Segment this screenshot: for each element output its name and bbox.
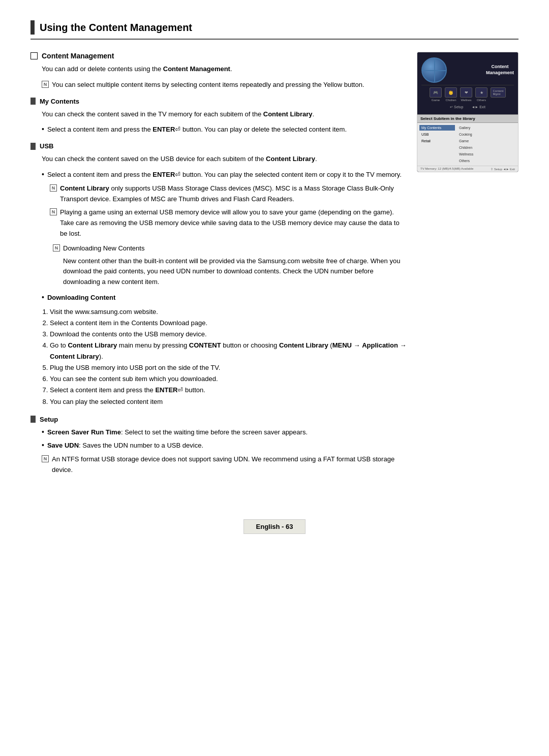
screen-content-label: Content Management	[486, 64, 514, 76]
screen-footer: TV Memory: 12 (MB)/4.5(MB) Available ⇧ S…	[417, 166, 518, 172]
my-contents-desc: You can check the content saved in the T…	[42, 109, 407, 120]
title-accent	[30, 20, 35, 35]
usb-bullet-dot: •	[42, 170, 44, 178]
usb-note1-icon: N	[50, 184, 57, 192]
screen-bottom-header: Select Subitem in the library	[417, 115, 518, 123]
my-contents-bar	[30, 98, 36, 105]
section-title-bar: Using the Content Management	[30, 20, 518, 40]
others-label: Others	[477, 99, 486, 102]
my-contents-heading: My Contents	[30, 98, 407, 105]
screen-footer-memory: TV Memory: 12 (MB)/4.5(MB) Available	[420, 167, 473, 171]
screenshot-column: Content Management 🎮 Game 👶 Chidren	[417, 52, 518, 172]
downloading-new-section: N Downloading New Contents New content o…	[53, 243, 407, 288]
menu-my-contents: My Contents	[419, 125, 455, 131]
screen-icon-wellness: ❤ Wellnes	[460, 87, 472, 102]
downloading-content-bullet: • Downloading Content	[42, 293, 407, 303]
usb-bullet: • Select a content item and press the EN…	[42, 170, 407, 180]
usb-bar	[30, 143, 36, 150]
bullet-dot: •	[42, 125, 44, 133]
right-cooking: Cooking	[457, 132, 516, 137]
content-lib-icon-box: ContentMgmt	[491, 87, 506, 98]
downloading-new-header: N Downloading New Contents	[53, 243, 407, 254]
usb-note1-text: Content Library only supports USB Mass S…	[60, 183, 407, 205]
step-4: Go to Content Library main menu by press…	[50, 340, 407, 362]
setup-bullet1: • Screen Saver Run Time: Select to set t…	[42, 427, 407, 438]
setup-b1-dot: •	[42, 428, 44, 436]
setup-b2-dot: •	[42, 441, 44, 449]
child-icon-box: 👶	[445, 87, 457, 98]
intro-bold: Content Management	[163, 65, 230, 73]
my-contents-bullet-text: Select a content item and press the ENTE…	[47, 124, 347, 135]
screen-bottom-content: My Contents USB Retail Gallery Cooking G…	[417, 123, 518, 166]
usb-bullet-text: Select a content item and press the ENTE…	[47, 170, 402, 180]
content-management-heading: Content Management	[30, 52, 407, 60]
setup-note-icon: N	[42, 455, 49, 462]
text-column: Content Management You can add or delete…	[30, 52, 407, 479]
my-contents-desc-suffix: .	[313, 110, 315, 118]
game-icon-box: 🎮	[430, 87, 442, 98]
screen-icon-game: 🎮 Game	[430, 87, 442, 102]
menu-usb: USB	[419, 132, 455, 137]
screen-right-panel: Gallery Cooking Game Children Wellness O…	[457, 125, 516, 164]
setup-b2-text: Save UDN: Saves the UDN number to a USB …	[47, 440, 203, 451]
note-icon: N	[42, 81, 49, 88]
screen-globe	[421, 57, 447, 83]
setup-b1-text: Screen Saver Run Time: Select to set the…	[47, 427, 308, 438]
setup-bar	[30, 416, 36, 423]
step-7: Select a content item and press the ENTE…	[50, 385, 407, 396]
screen-top: Content Management 🎮 Game 👶 Chidren	[417, 52, 518, 114]
right-game: Game	[457, 138, 516, 144]
cm-heading-label: Content Management	[42, 52, 114, 60]
step-5: Plug the USB memory into USB port on the…	[50, 362, 407, 373]
game-label: Game	[432, 99, 440, 102]
right-gallery: Gallery	[457, 125, 516, 131]
step-6: You can see the content sub item which y…	[50, 373, 407, 385]
setup-section: Setup	[30, 416, 407, 423]
usb-desc-bold: Content Library	[266, 155, 315, 163]
wellness-icon-box: ❤	[460, 87, 472, 98]
screen-icons-row: 🎮 Game 👶 Chidren ❤ Wellnes ★	[421, 85, 514, 104]
downloading-new-icon: N	[53, 244, 60, 251]
usb-section: USB	[30, 142, 407, 150]
downloading-steps-list: Visit the www.samsung.com website. Selec…	[50, 306, 407, 407]
screen-icon-content-lib: ContentMgmt	[491, 87, 506, 102]
step-3: Download the contents onto the USB memor…	[50, 329, 407, 340]
my-contents-section: My Contents	[30, 98, 407, 105]
note-yellow-button: N You can select multiple content items …	[42, 80, 407, 90]
screen-icon-others: ★ Others	[475, 87, 487, 102]
screen-icon-child: 👶 Chidren	[445, 87, 457, 102]
intro-text: You can add or delete contents using the…	[42, 64, 407, 75]
screen-nav-labels: ↵ Setup ◄► Exit	[450, 105, 485, 109]
my-contents-bullet: • Select a content item and press the EN…	[42, 124, 407, 135]
screen-footer-nav: ⇧ Setup ◄► Exit	[491, 167, 515, 171]
setup-bullet2: • Save UDN: Saves the UDN number to a US…	[42, 440, 407, 451]
right-others: Others	[457, 158, 516, 164]
my-contents-label: My Contents	[40, 98, 79, 105]
screen-left-panel: My Contents USB Retail	[419, 125, 455, 164]
downloading-new-title: Downloading New Contents	[63, 243, 144, 254]
setup-note-text: An NTFS format USB storage device does n…	[52, 454, 407, 476]
usb-heading: USB	[30, 142, 407, 150]
wellness-label: Wellnes	[461, 99, 471, 102]
dl-title: Downloading Content	[47, 293, 115, 303]
intro-period: .	[230, 65, 232, 73]
setup-heading: Setup	[30, 416, 407, 423]
usb-note2-text: Playing a game using an external USB mem…	[60, 207, 407, 239]
screenshot-mockup: Content Management 🎮 Game 👶 Chidren	[417, 52, 518, 172]
page-footer: English - 63	[30, 519, 518, 534]
page-content: Using the Content Management Content Man…	[30, 20, 518, 534]
usb-note1: N Content Library only supports USB Mass…	[50, 183, 407, 205]
intro-prefix: You can add or delete contents using the	[42, 65, 163, 73]
dn-title-text: Downloading New Contents	[63, 244, 144, 252]
screen-logo-area: Content Management	[421, 57, 514, 83]
page-number-box: English - 63	[243, 519, 306, 534]
setup-nav: ↵ Setup	[450, 105, 463, 109]
usb-desc-suffix: .	[315, 155, 317, 163]
step-8: You can play the selected content item	[50, 396, 407, 407]
usb-desc: You can check the content saved on the U…	[42, 154, 407, 165]
exit-nav: ◄► Exit	[471, 105, 485, 109]
my-contents-desc-prefix: You can check the content saved in the T…	[42, 110, 263, 118]
usb-label: USB	[40, 142, 53, 150]
others-icon-box: ★	[475, 87, 487, 98]
note-yellow-text: You can select multiple content items by…	[52, 80, 364, 90]
